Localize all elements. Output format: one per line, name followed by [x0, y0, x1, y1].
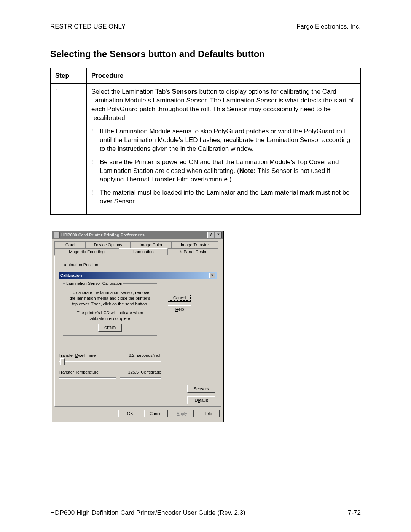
footer-left: HDP600 High Definition Card Printer/Enco…	[50, 509, 245, 517]
page-header: RESTRICTED USE ONLY Fargo Electronics, I…	[50, 23, 361, 30]
tab-device-options[interactable]: Device Options	[86, 241, 131, 248]
page-title: Selecting the Sensors button and Default…	[50, 49, 361, 59]
bullet-mark-icon: !	[91, 127, 100, 153]
dwell-time-label: Transfer Dwell Time	[59, 353, 96, 358]
fieldset-legend: Lamination Sensor Calibration	[65, 281, 123, 286]
close-titlebar-button[interactable]: ×	[215, 232, 222, 238]
default-button[interactable]: Default	[187, 396, 215, 404]
help-titlebar-button[interactable]: ?	[207, 232, 214, 238]
steps-table: Step Procedure 1 Select the Lamination T…	[50, 68, 361, 215]
dwell-time-unit: seconds/inch	[137, 353, 161, 358]
col-procedure: Procedure	[87, 68, 361, 84]
help-button[interactable]: Help	[196, 410, 220, 417]
app-icon	[54, 232, 60, 238]
page-footer: HDP600 High Definition Card Printer/Enco…	[50, 509, 361, 517]
dialog-footer: OK Cancel Apply Help	[54, 407, 221, 418]
cancel-button[interactable]: Cancel	[144, 410, 168, 417]
calibration-text-1: To calibrate the lamination sensor, remo…	[68, 290, 151, 307]
temperature-label: Transfer Temperature	[59, 370, 99, 374]
slider-thumb-icon[interactable]	[116, 375, 120, 382]
tab-k-panel-resin[interactable]: K Panel Resin	[168, 248, 218, 255]
bullet-3: ! The material must be loaded into the L…	[91, 189, 356, 206]
temperature-unit: Centigrade	[141, 370, 161, 374]
calibration-cancel-button[interactable]: Cancel	[168, 294, 191, 302]
dwell-time-value: 2.2	[129, 353, 134, 358]
tab-card[interactable]: Card	[54, 241, 86, 248]
transfer-dwell-time-row: Transfer Dwell Time 2.2 seconds/inch	[59, 353, 217, 364]
header-left: RESTRICTED USE ONLY	[50, 23, 126, 30]
printing-preferences-dialog: HDP600 Card Printer Printing Preferences…	[52, 231, 224, 422]
lamination-position-label: Lamination Position	[61, 262, 99, 267]
bullet-mark-icon: !	[91, 189, 100, 206]
step-number: 1	[51, 84, 87, 215]
procedure-para-1: Select the Lamination Tab's Sensors butt…	[91, 88, 356, 123]
temperature-value: 125.5	[128, 370, 139, 374]
transfer-temperature-row: Transfer Temperature 125.5 Centigrade	[59, 370, 217, 381]
tab-strip: Card Device Options Image Color Image Tr…	[54, 241, 221, 255]
slider-thumb-icon[interactable]	[60, 358, 65, 365]
lamination-tab-content: Lamination Position Calibration × Lamina…	[54, 256, 221, 407]
calibration-text-2: The printer's LCD will indicate when cal…	[68, 310, 151, 321]
calibration-dialog: Calibration × Lamination Sensor Calibrat…	[59, 272, 217, 343]
dialog-titlebar[interactable]: HDP600 Card Printer Printing Preferences…	[52, 231, 224, 239]
send-button[interactable]: SEND	[98, 324, 122, 332]
tab-lamination[interactable]: Lamination	[119, 248, 168, 255]
bullet-1: ! If the Lamination Module seems to skip…	[91, 127, 356, 153]
sensors-button[interactable]: Sensors	[187, 385, 215, 393]
temperature-slider[interactable]	[59, 375, 161, 381]
procedure-cell: Select the Lamination Tab's Sensors butt…	[87, 84, 361, 215]
col-step: Step	[51, 68, 87, 84]
calibration-titlebar[interactable]: Calibration ×	[59, 272, 217, 279]
footer-right: 7-72	[348, 509, 361, 517]
calibration-help-button[interactable]: Help	[168, 305, 191, 313]
tab-image-color[interactable]: Image Color	[131, 241, 172, 248]
lamination-sensor-calibration-group: Lamination Sensor Calibration To calibra…	[63, 283, 157, 336]
apply-button[interactable]: Apply	[170, 410, 194, 417]
calibration-close-button[interactable]: ×	[209, 273, 215, 278]
header-right: Fargo Electronics, Inc.	[296, 23, 361, 30]
calibration-title-text: Calibration	[60, 273, 82, 278]
dwell-time-slider[interactable]	[59, 358, 161, 364]
tab-magnetic-encoding[interactable]: Magnetic Encoding	[54, 248, 119, 255]
tab-image-transfer[interactable]: Image Transfer	[172, 241, 218, 248]
bullet-mark-icon: !	[91, 158, 100, 184]
ok-button[interactable]: OK	[118, 410, 142, 417]
dialog-title: HDP600 Card Printer Printing Preferences	[61, 233, 207, 237]
bullet-2: ! Be sure the Printer is powered ON and …	[91, 158, 356, 184]
